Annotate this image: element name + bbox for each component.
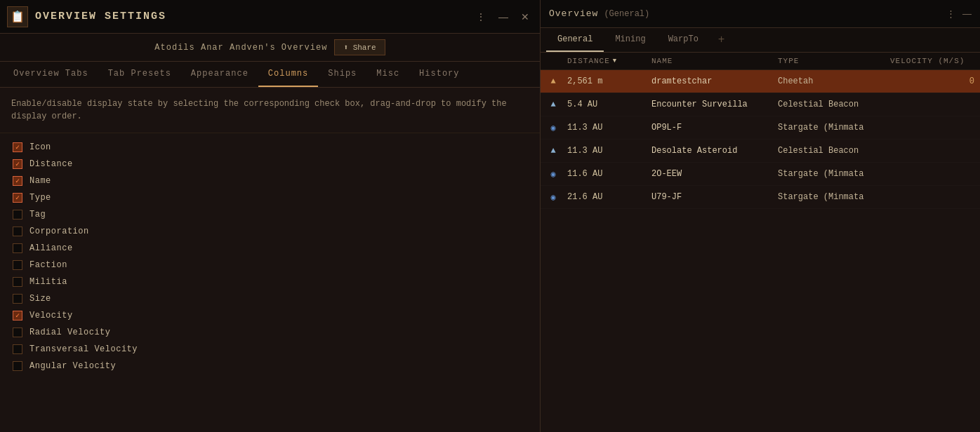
col-label-angular-velocity: Angular Velocity [29,361,116,371]
col-item-angular-velocity[interactable]: Angular Velocity [11,358,529,374]
table-row[interactable]: ▲ 11.3 AU Desolate Asteroid Celestial Be… [541,140,980,163]
col-item-icon[interactable]: Icon [11,139,529,156]
nav-tabs: Overview Tabs Tab Presets Appearance Col… [0,62,540,88]
stargate-icon: ◉ [550,192,555,203]
sort-arrow-icon: ▼ [613,58,617,65]
beacon-icon: ▲ [550,146,555,156]
ship-icon: ▲ [550,76,555,86]
checkbox-type[interactable] [13,193,22,203]
checkbox-transversal-velocity[interactable] [13,344,22,354]
menu-button[interactable]: ⋮ [472,10,489,24]
th-velocity: Velocity (m/s) [890,57,974,65]
share-area: Atodils Anar Andven's Overview ⬆ Share [0,34,540,62]
checkbox-militia[interactable] [13,277,22,287]
share-button[interactable]: ⬆ Share [334,39,385,55]
col-label-size: Size [29,294,51,304]
col-item-name[interactable]: Name [11,173,529,189]
checkbox-icon[interactable] [13,142,22,152]
cell-distance-5: 21.6 AU [567,192,651,202]
cell-type-0: Cheetah [778,76,890,86]
tab-tab-presets[interactable]: Tab Presets [98,62,181,87]
row-icon-0: ▲ [546,74,560,88]
checkbox-faction[interactable] [13,260,22,270]
cell-distance-0: 2,561 m [567,76,651,86]
window-title: Overview Settings [35,11,465,22]
checkbox-velocity[interactable] [13,311,22,320]
overview-tabs-bar: General Mining WarpTo + [541,28,980,53]
th-type: Type [778,57,890,65]
tab-history[interactable]: History [409,62,469,87]
stargate-icon: ◉ [550,169,555,180]
th-distance[interactable]: Distance ▼ [567,57,651,65]
table-row[interactable]: ▲ 5.4 AU Encounter Surveilla Celestial B… [541,93,980,116]
checkbox-tag[interactable] [13,210,22,220]
col-label-transversal-velocity: Transversal Velocity [29,344,138,354]
col-label-faction: Faction [29,260,67,270]
checkbox-angular-velocity[interactable] [13,361,22,371]
minimize-button[interactable]: — [495,10,512,24]
table-row[interactable]: ◉ 21.6 AU U79-JF Stargate (Minmata [541,186,980,209]
col-item-size[interactable]: Size [11,290,529,307]
col-label-corporation: Corporation [29,227,89,236]
col-item-corporation[interactable]: Corporation [11,223,529,240]
cell-distance-2: 11.3 AU [567,123,651,133]
ov-tab-warpto[interactable]: WarpTo [657,28,710,52]
close-button[interactable]: ✕ [517,10,533,24]
row-icon-4: ◉ [546,167,560,181]
col-label-distance: Distance [29,159,73,169]
overview-table: Distance ▼ Name Type Velocity (m/s) ▲ 2,… [541,53,980,432]
cell-name-4: 2O-EEW [651,169,778,179]
checkbox-corporation[interactable] [13,227,22,236]
cell-distance-3: 11.3 AU [567,146,651,156]
share-label: Atodils Anar Andven's Overview [154,43,327,53]
col-item-radial-velocity[interactable]: Radial Velocity [11,324,529,341]
row-icon-5: ◉ [546,190,560,204]
tab-ships[interactable]: Ships [318,62,366,87]
panel-controls: ⋮ — [946,8,972,19]
checkbox-size[interactable] [13,294,22,304]
table-row[interactable]: ◉ 11.3 AU OP9L-F Stargate (Minmata [541,116,980,140]
title-controls: ⋮ — ✕ [472,10,533,24]
col-item-militia[interactable]: Militia [11,274,529,290]
checkbox-distance[interactable] [13,159,22,169]
tab-columns[interactable]: Columns [258,62,318,87]
ov-tab-mining[interactable]: Mining [604,28,656,52]
table-row[interactable]: ▲ 2,561 m dramtestchar Cheetah 0 [541,70,980,93]
panel-settings-button[interactable]: ⋮ [946,8,955,19]
panel-subtitle: (General) [604,9,649,19]
cell-name-3: Desolate Asteroid [651,146,778,156]
col-item-distance[interactable]: Distance [11,156,529,173]
cell-name-5: U79-JF [651,192,778,202]
stargate-icon: ◉ [550,123,555,133]
tab-misc[interactable]: Misc [366,62,409,87]
table-header: Distance ▼ Name Type Velocity (m/s) [541,53,980,70]
checkbox-name[interactable] [13,176,22,186]
col-item-faction[interactable]: Faction [11,257,529,274]
col-label-type: Type [29,193,51,203]
col-item-transversal-velocity[interactable]: Transversal Velocity [11,341,529,358]
right-panel: Overview (General) ⋮ — General Mining Wa… [541,0,980,432]
col-item-type[interactable]: Type [11,189,529,206]
cell-type-4: Stargate (Minmata [778,169,890,179]
title-icon: 📋 [7,6,28,27]
tab-overview-tabs[interactable]: Overview Tabs [4,62,98,87]
panel-collapse-button[interactable]: — [962,8,972,19]
cell-distance-4: 11.6 AU [567,169,651,179]
table-row[interactable]: ◉ 11.6 AU 2O-EEW Stargate (Minmata [541,163,980,186]
col-item-tag[interactable]: Tag [11,206,529,223]
col-item-alliance[interactable]: Alliance [11,240,529,257]
checkbox-radial-velocity[interactable] [13,328,22,337]
add-tab-button[interactable]: + [713,31,731,49]
beacon-icon: ▲ [550,100,555,109]
tab-appearance[interactable]: Appearance [181,62,258,87]
checkbox-alliance[interactable] [13,243,22,253]
title-bar: 📋 Overview Settings ⋮ — ✕ [0,0,540,34]
cell-type-1: Celestial Beacon [778,100,890,109]
col-label-icon: Icon [29,142,51,152]
col-item-velocity[interactable]: Velocity [11,307,529,324]
ov-tab-general[interactable]: General [546,28,604,52]
th-name: Name [651,57,778,65]
col-label-tag: Tag [29,210,46,220]
columns-description: Enable/disable display state by selectin… [0,88,540,133]
columns-list: Icon Distance Name Type Tag Corporation … [0,133,540,432]
